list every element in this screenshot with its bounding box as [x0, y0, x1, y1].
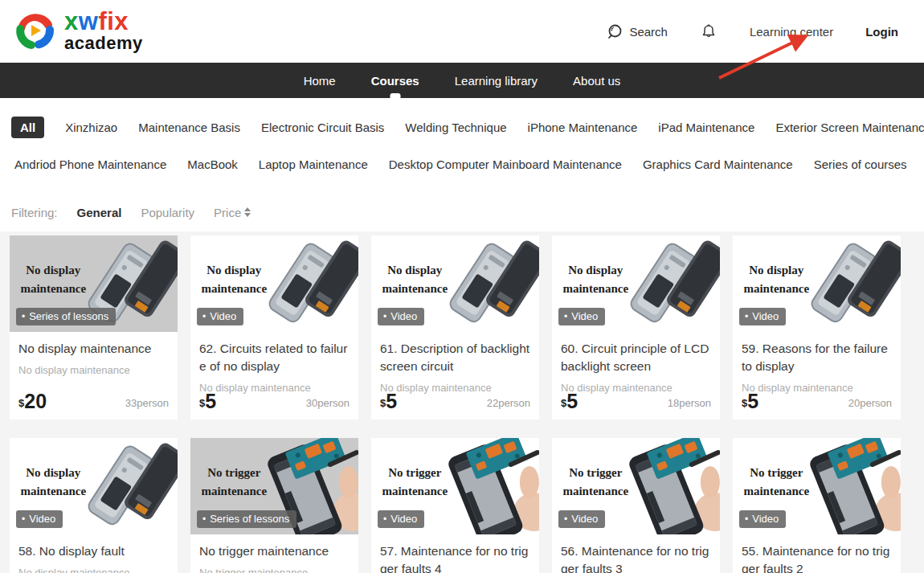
search-button[interactable]: Search [607, 23, 668, 40]
course-title: 55. Maintenance for no trigger faults 2 [742, 542, 892, 573]
currency-symbol: $ [380, 397, 386, 411]
course-price: $ 5 [199, 391, 216, 411]
course-type-badge: • Video [558, 510, 605, 528]
category-series-of-courses[interactable]: Series of courses [814, 158, 907, 171]
course-cover: No trigger maintenance • Video [733, 438, 901, 534]
course-title: No display maintenance [18, 340, 169, 358]
course-card[interactable]: No display maintenance • Video 62. Circu… [190, 235, 358, 420]
nav-item-about-us[interactable]: About us [573, 63, 620, 98]
category-row-2: Andriod Phone MaintenanceMacBookLaptop M… [11, 152, 913, 176]
category-andriod-phone-maintenance[interactable]: Andriod Phone Maintenance [14, 158, 166, 171]
category-macbook[interactable]: MacBook [187, 158, 238, 171]
category-welding-technique[interactable]: Welding Technique [405, 121, 506, 134]
header-actions: Search Learning center Login [607, 22, 898, 41]
price-row: $ 5 20person [742, 391, 892, 411]
category-laptop-maintenance[interactable]: Laptop Maintenance [259, 158, 368, 171]
course-info: 59. Reasons for the failure to display N… [733, 332, 901, 420]
badge-dot: • [564, 514, 567, 524]
category-xinzhizao[interactable]: Xinzhizao [65, 121, 117, 134]
course-title: 56. Maintenance for no trigger faults 3 [561, 542, 711, 573]
student-count: 30person [306, 397, 350, 411]
course-title: 61. Description of backlight screen circ… [380, 340, 530, 375]
sort-option-general[interactable]: General [77, 206, 122, 219]
course-cover: No display maintenance • Video [190, 235, 358, 332]
notifications-button[interactable] [700, 22, 718, 41]
badge-dot: • [564, 312, 567, 321]
category-ipad-maintenance[interactable]: iPad Maintenance [658, 121, 754, 134]
course-type-badge: • Video [739, 510, 786, 528]
price-row: $ 5 30person [199, 391, 350, 411]
cover-title: No display maintenance [192, 245, 276, 314]
category-iphone-maintenance[interactable]: iPhone Maintenance [528, 121, 638, 134]
price-value: 5 [747, 391, 758, 411]
course-cover: No display maintenance • Series of lesso… [10, 235, 178, 332]
category-row-1: AllXinzhizaoMaintenance BasisElectronic … [11, 115, 913, 139]
course-card[interactable]: No trigger maintenance • Video 57. Maint… [371, 438, 539, 573]
brand-letter: x [64, 7, 79, 35]
badge-label: Series of lessons [29, 310, 108, 322]
login-link[interactable]: Login [865, 25, 898, 39]
currency-symbol: $ [18, 397, 24, 411]
course-card[interactable]: No display maintenance • Series of lesso… [10, 235, 178, 420]
course-card[interactable]: No display maintenance • Video 59. Reaso… [733, 235, 901, 420]
filtering-label: Filtering: [11, 206, 58, 219]
price-value: 5 [205, 391, 216, 411]
cover-title: No display maintenance [373, 245, 457, 314]
price-sort-arrows-icon [244, 207, 251, 217]
course-subtitle: No display maintenance [18, 567, 169, 573]
course-price: $ 5 [561, 391, 578, 411]
course-info: 57. Maintenance for no trigger faults 4 [371, 534, 539, 573]
category-desktop-computer-mainboard-maintenance[interactable]: Desktop Computer Mainboard Maintenance [389, 158, 622, 171]
course-price: $ 20 [18, 391, 47, 411]
course-card[interactable]: No display maintenance • Video 60. Circu… [552, 235, 720, 420]
main-nav: HomeCoursesLearning libraryAbout us [0, 63, 924, 98]
search-icon [607, 23, 623, 40]
category-filters: AllXinzhizaoMaintenance BasisElectronic … [0, 98, 924, 193]
course-card[interactable]: No trigger maintenance • Video 55. Maint… [733, 438, 901, 573]
category-graphics-card-maintenance[interactable]: Graphics Card Maintenance [643, 158, 793, 171]
course-type-badge: • Series of lessons [197, 510, 296, 528]
badge-dot: • [383, 312, 386, 321]
sort-bar: Filtering: GeneralPopularityPrice [0, 193, 924, 231]
badge-dot: • [22, 514, 25, 524]
category-exterior-screen-maintenance[interactable]: Exterior Screen Maintenance [775, 121, 924, 134]
badge-label: Video [29, 513, 55, 525]
badge-label: Video [752, 310, 779, 322]
course-cover: No trigger maintenance • Video [552, 438, 720, 534]
course-type-badge: • Video [378, 510, 424, 528]
course-cover: No display maintenance • Video [10, 438, 178, 534]
course-info: No trigger maintenance No trigger mainte… [190, 534, 358, 573]
course-info: 62. Circuits related to failure of no di… [190, 332, 358, 420]
active-tab-indicator [390, 93, 400, 98]
course-cover: No display maintenance • Video [552, 235, 720, 332]
logo-text: xwfix academy [64, 10, 143, 53]
nav-item-learning-library[interactable]: Learning library [455, 63, 538, 98]
course-card[interactable]: No trigger maintenance • Video 56. Maint… [552, 438, 720, 573]
cover-title: No trigger maintenance [192, 448, 276, 517]
course-grid: No display maintenance • Series of lesso… [10, 235, 914, 573]
sort-option-price[interactable]: Price [214, 206, 251, 219]
sort-options: GeneralPopularityPrice [77, 206, 251, 219]
sort-option-popularity[interactable]: Popularity [141, 206, 194, 219]
brand-letter: fix [98, 7, 129, 35]
nav-item-courses[interactable]: Courses [371, 63, 419, 98]
price-row: $ 5 22person [380, 391, 530, 411]
search-label: Search [629, 25, 668, 39]
category-all[interactable]: All [11, 117, 44, 138]
course-card[interactable]: No display maintenance • Video 58. No di… [10, 438, 178, 573]
course-card[interactable]: No trigger maintenance • Series of lesso… [190, 438, 358, 573]
badge-label: Video [390, 513, 417, 525]
cover-title: No trigger maintenance [734, 448, 819, 517]
learning-center-link[interactable]: Learning center [750, 25, 833, 39]
category-maintenance-basis[interactable]: Maintenance Basis [138, 121, 240, 134]
badge-label: Video [210, 310, 236, 322]
badge-dot: • [22, 312, 25, 321]
logo[interactable]: xwfix academy [13, 9, 143, 54]
badge-dot: • [745, 312, 748, 321]
badge-label: Video [390, 310, 417, 322]
course-card[interactable]: No display maintenance • Video 61. Descr… [371, 235, 539, 420]
page: xwfix academy Search Learning c [0, 0, 924, 573]
nav-item-home[interactable]: Home [304, 63, 336, 98]
category-electronic-circuit-basis[interactable]: Electronic Circuit Basis [261, 121, 384, 134]
header: xwfix academy Search Learning c [0, 0, 924, 63]
